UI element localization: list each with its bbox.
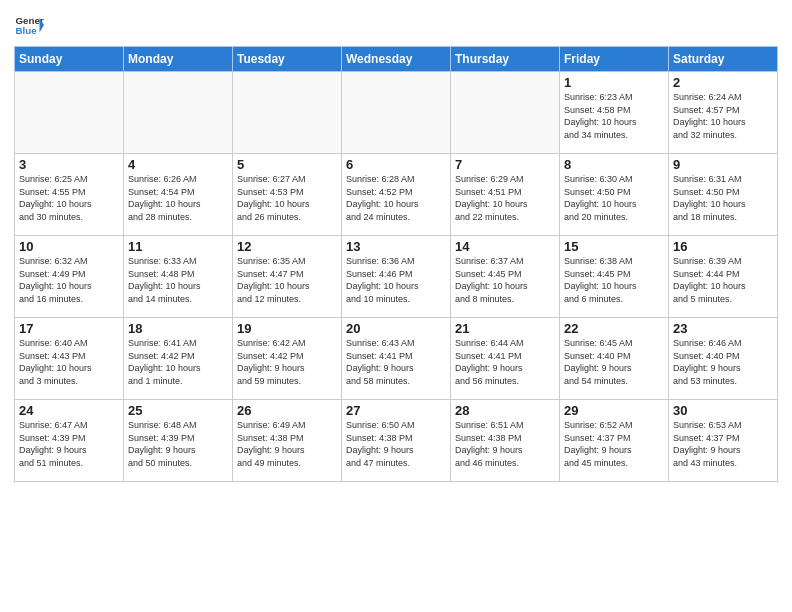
day-number: 10 [19, 239, 119, 254]
day-info: Sunrise: 6:30 AMSunset: 4:50 PMDaylight:… [564, 173, 664, 223]
day-number: 20 [346, 321, 446, 336]
calendar-table: SundayMondayTuesdayWednesdayThursdayFrid… [14, 46, 778, 482]
week-row-5: 24Sunrise: 6:47 AMSunset: 4:39 PMDayligh… [15, 400, 778, 482]
day-info: Sunrise: 6:23 AMSunset: 4:58 PMDaylight:… [564, 91, 664, 141]
day-number: 3 [19, 157, 119, 172]
day-info: Sunrise: 6:47 AMSunset: 4:39 PMDaylight:… [19, 419, 119, 469]
day-info: Sunrise: 6:52 AMSunset: 4:37 PMDaylight:… [564, 419, 664, 469]
day-info: Sunrise: 6:41 AMSunset: 4:42 PMDaylight:… [128, 337, 228, 387]
calendar-cell: 13Sunrise: 6:36 AMSunset: 4:46 PMDayligh… [342, 236, 451, 318]
weekday-header-thursday: Thursday [451, 47, 560, 72]
calendar-cell: 30Sunrise: 6:53 AMSunset: 4:37 PMDayligh… [669, 400, 778, 482]
day-info: Sunrise: 6:37 AMSunset: 4:45 PMDaylight:… [455, 255, 555, 305]
day-number: 27 [346, 403, 446, 418]
weekday-header-tuesday: Tuesday [233, 47, 342, 72]
day-info: Sunrise: 6:36 AMSunset: 4:46 PMDaylight:… [346, 255, 446, 305]
day-info: Sunrise: 6:27 AMSunset: 4:53 PMDaylight:… [237, 173, 337, 223]
calendar-cell: 26Sunrise: 6:49 AMSunset: 4:38 PMDayligh… [233, 400, 342, 482]
day-info: Sunrise: 6:43 AMSunset: 4:41 PMDaylight:… [346, 337, 446, 387]
calendar-cell [15, 72, 124, 154]
day-info: Sunrise: 6:28 AMSunset: 4:52 PMDaylight:… [346, 173, 446, 223]
calendar-cell: 27Sunrise: 6:50 AMSunset: 4:38 PMDayligh… [342, 400, 451, 482]
day-number: 2 [673, 75, 773, 90]
day-number: 19 [237, 321, 337, 336]
day-info: Sunrise: 6:44 AMSunset: 4:41 PMDaylight:… [455, 337, 555, 387]
day-info: Sunrise: 6:45 AMSunset: 4:40 PMDaylight:… [564, 337, 664, 387]
calendar-cell: 3Sunrise: 6:25 AMSunset: 4:55 PMDaylight… [15, 154, 124, 236]
day-number: 26 [237, 403, 337, 418]
day-number: 15 [564, 239, 664, 254]
calendar-cell [233, 72, 342, 154]
day-info: Sunrise: 6:25 AMSunset: 4:55 PMDaylight:… [19, 173, 119, 223]
day-number: 7 [455, 157, 555, 172]
calendar-cell: 10Sunrise: 6:32 AMSunset: 4:49 PMDayligh… [15, 236, 124, 318]
calendar-cell: 12Sunrise: 6:35 AMSunset: 4:47 PMDayligh… [233, 236, 342, 318]
day-info: Sunrise: 6:32 AMSunset: 4:49 PMDaylight:… [19, 255, 119, 305]
day-number: 6 [346, 157, 446, 172]
logo: General Blue [14, 10, 44, 40]
calendar-cell: 20Sunrise: 6:43 AMSunset: 4:41 PMDayligh… [342, 318, 451, 400]
day-number: 17 [19, 321, 119, 336]
calendar-cell: 9Sunrise: 6:31 AMSunset: 4:50 PMDaylight… [669, 154, 778, 236]
week-row-1: 1Sunrise: 6:23 AMSunset: 4:58 PMDaylight… [15, 72, 778, 154]
day-number: 23 [673, 321, 773, 336]
day-number: 16 [673, 239, 773, 254]
day-info: Sunrise: 6:26 AMSunset: 4:54 PMDaylight:… [128, 173, 228, 223]
page-container: General Blue SundayMondayTuesdayWednesda… [0, 0, 792, 490]
calendar-cell: 4Sunrise: 6:26 AMSunset: 4:54 PMDaylight… [124, 154, 233, 236]
day-info: Sunrise: 6:39 AMSunset: 4:44 PMDaylight:… [673, 255, 773, 305]
calendar-cell: 21Sunrise: 6:44 AMSunset: 4:41 PMDayligh… [451, 318, 560, 400]
calendar-cell [451, 72, 560, 154]
calendar-cell: 25Sunrise: 6:48 AMSunset: 4:39 PMDayligh… [124, 400, 233, 482]
day-number: 12 [237, 239, 337, 254]
logo-icon: General Blue [14, 10, 44, 40]
week-row-4: 17Sunrise: 6:40 AMSunset: 4:43 PMDayligh… [15, 318, 778, 400]
day-info: Sunrise: 6:42 AMSunset: 4:42 PMDaylight:… [237, 337, 337, 387]
calendar-cell: 7Sunrise: 6:29 AMSunset: 4:51 PMDaylight… [451, 154, 560, 236]
day-info: Sunrise: 6:50 AMSunset: 4:38 PMDaylight:… [346, 419, 446, 469]
weekday-header-wednesday: Wednesday [342, 47, 451, 72]
day-info: Sunrise: 6:53 AMSunset: 4:37 PMDaylight:… [673, 419, 773, 469]
calendar-cell: 5Sunrise: 6:27 AMSunset: 4:53 PMDaylight… [233, 154, 342, 236]
calendar-cell: 2Sunrise: 6:24 AMSunset: 4:57 PMDaylight… [669, 72, 778, 154]
weekday-header-monday: Monday [124, 47, 233, 72]
day-number: 9 [673, 157, 773, 172]
svg-text:Blue: Blue [16, 25, 38, 36]
calendar-cell: 24Sunrise: 6:47 AMSunset: 4:39 PMDayligh… [15, 400, 124, 482]
header: General Blue [14, 10, 778, 40]
calendar-cell [342, 72, 451, 154]
week-row-3: 10Sunrise: 6:32 AMSunset: 4:49 PMDayligh… [15, 236, 778, 318]
calendar-cell: 18Sunrise: 6:41 AMSunset: 4:42 PMDayligh… [124, 318, 233, 400]
day-info: Sunrise: 6:29 AMSunset: 4:51 PMDaylight:… [455, 173, 555, 223]
day-number: 18 [128, 321, 228, 336]
calendar-cell: 22Sunrise: 6:45 AMSunset: 4:40 PMDayligh… [560, 318, 669, 400]
calendar-cell: 17Sunrise: 6:40 AMSunset: 4:43 PMDayligh… [15, 318, 124, 400]
day-info: Sunrise: 6:51 AMSunset: 4:38 PMDaylight:… [455, 419, 555, 469]
day-number: 8 [564, 157, 664, 172]
day-number: 11 [128, 239, 228, 254]
day-number: 28 [455, 403, 555, 418]
day-info: Sunrise: 6:38 AMSunset: 4:45 PMDaylight:… [564, 255, 664, 305]
day-number: 22 [564, 321, 664, 336]
calendar-cell: 16Sunrise: 6:39 AMSunset: 4:44 PMDayligh… [669, 236, 778, 318]
calendar-cell: 1Sunrise: 6:23 AMSunset: 4:58 PMDaylight… [560, 72, 669, 154]
calendar-body: 1Sunrise: 6:23 AMSunset: 4:58 PMDaylight… [15, 72, 778, 482]
day-number: 30 [673, 403, 773, 418]
weekday-header-friday: Friday [560, 47, 669, 72]
day-number: 5 [237, 157, 337, 172]
calendar-cell: 19Sunrise: 6:42 AMSunset: 4:42 PMDayligh… [233, 318, 342, 400]
day-info: Sunrise: 6:24 AMSunset: 4:57 PMDaylight:… [673, 91, 773, 141]
calendar-cell: 8Sunrise: 6:30 AMSunset: 4:50 PMDaylight… [560, 154, 669, 236]
day-info: Sunrise: 6:49 AMSunset: 4:38 PMDaylight:… [237, 419, 337, 469]
day-info: Sunrise: 6:40 AMSunset: 4:43 PMDaylight:… [19, 337, 119, 387]
weekday-header-row: SundayMondayTuesdayWednesdayThursdayFrid… [15, 47, 778, 72]
calendar-cell: 23Sunrise: 6:46 AMSunset: 4:40 PMDayligh… [669, 318, 778, 400]
day-info: Sunrise: 6:48 AMSunset: 4:39 PMDaylight:… [128, 419, 228, 469]
calendar-cell: 15Sunrise: 6:38 AMSunset: 4:45 PMDayligh… [560, 236, 669, 318]
calendar-cell: 14Sunrise: 6:37 AMSunset: 4:45 PMDayligh… [451, 236, 560, 318]
day-number: 21 [455, 321, 555, 336]
day-number: 13 [346, 239, 446, 254]
day-number: 14 [455, 239, 555, 254]
weekday-header-saturday: Saturday [669, 47, 778, 72]
weekday-header-sunday: Sunday [15, 47, 124, 72]
